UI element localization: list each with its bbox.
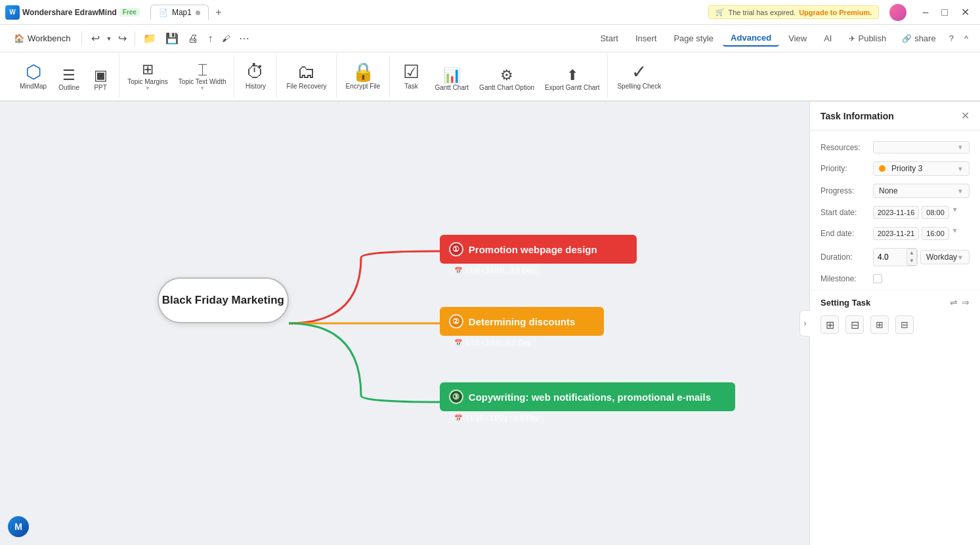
ribbon-ppt-button[interactable]: ▣ PPT [87,67,114,92]
resources-select[interactable]: ▼ [873,141,969,153]
panel-collapse-button[interactable]: › [799,310,810,336]
panel-header: Task Information ✕ [810,102,980,131]
task-info-panel: › Task Information ✕ Resources: ▼ Priori… [809,102,980,545]
more-toolbar-button[interactable]: ⋯ [235,30,253,47]
ribbon-outline-button[interactable]: ☰ Outline [56,67,82,92]
end-date-label: End date: [820,229,868,238]
setting-grid1-button[interactable]: ⊞ [870,315,889,334]
ribbon-group-topic: ⊞ Topic Margins ▼ ⌶ Topic Text Width ▼ [119,55,234,98]
user-avatar[interactable] [889,4,906,21]
milestone-checkbox[interactable] [873,274,882,283]
ribbon-gantt-chart-button[interactable]: 📊 Gantt Chart [432,67,471,92]
share-label: share [914,33,936,43]
duration-up[interactable]: ▲ [907,249,916,257]
nav-ai[interactable]: AI [816,31,840,46]
end-time-value[interactable]: 16:00 [922,227,949,240]
save-button[interactable]: 💾 [161,30,182,47]
file-recovery-label: File Recovery [286,83,326,90]
upgrade-text: Upgrade to Premium. [799,9,872,16]
setting-remove-button[interactable]: ⊟ [845,315,864,334]
start-time-value[interactable]: 08:00 [922,206,949,219]
topic-text-width-label: Topic Text Width [179,78,226,85]
title-bar: W Wondershare EdrawMind Free 📄 Map1 + 🛒 … [0,0,980,25]
tab-modified-dot [196,10,200,15]
ribbon-spelling-check-button[interactable]: ✓ Spelling Check [613,60,665,92]
ribbon-group-history: ⏱ History [234,55,277,98]
add-tab-button[interactable]: + [210,4,227,21]
window-controls: – □ ✕ [917,6,975,19]
redo-button[interactable]: ↪ [114,30,131,47]
setting-grid2-button[interactable]: ⊟ [895,315,914,334]
ribbon-mindmap-button[interactable]: ⬡ MindMap [16,60,51,92]
resources-chevron: ▼ [957,144,964,151]
bottom-logo: M [8,516,29,537]
export-button[interactable]: ↑ [203,31,217,47]
topic-margins-icon: ⊞ [142,62,154,77]
progress-row: Progress: None ▼ [810,180,980,202]
format-button[interactable]: 🖌 [218,32,234,45]
panel-close-button[interactable]: ✕ [961,110,969,122]
nav-view[interactable]: View [780,31,815,46]
ribbon-encrypt-button[interactable]: 🔒 Encrypt File [342,60,385,92]
ribbon-topic-margins-button[interactable]: ⊞ Topic Margins ▼ [125,61,171,92]
tab-map1[interactable]: 📄 Map1 [150,5,209,20]
ribbon-topic-text-width-button[interactable]: ⌶ Topic Text Width ▼ [176,61,229,92]
duration-row: Duration: 4.0 ▲ ▼ Workday ▼ [810,244,980,270]
nav-start[interactable]: Start [592,31,626,46]
end-date-value[interactable]: 2023-11-21 [873,227,919,240]
progress-select[interactable]: None ▼ [873,184,969,198]
duration-unit-select[interactable]: Workday ▼ [920,250,969,264]
branch-2-label: Determining discounts [469,316,576,327]
close-button[interactable]: ✕ [956,6,975,19]
section-icon-2[interactable]: ⇒ [962,297,969,308]
progress-value: None [879,186,898,195]
publish-button[interactable]: ✈ Publish [842,31,893,46]
duration-stepper[interactable]: ▲ ▼ [906,249,917,266]
ribbon-gantt-option-button[interactable]: ⚙ Gantt Chart Option [477,67,537,92]
duration-number[interactable]: 4.0 [874,251,906,264]
ribbon-export-gantt-button[interactable]: ⬆ Export Gantt Chart [542,67,602,92]
topic-text-width-chevron: ▼ [200,85,205,91]
branch-1-badge: ① [449,242,463,256]
history-label: History [245,83,266,90]
view-mode-icons: ⬡ MindMap ☰ Outline ▣ PPT [16,60,114,92]
ribbon-file-recovery-button[interactable]: 🗂 File Recovery [282,60,330,92]
setting-task-header: Setting Task ⇌ ⇒ [810,290,980,312]
undo-dropdown[interactable]: ▼ [105,35,114,42]
minimize-button[interactable]: – [917,6,933,19]
ribbon-toolbar: ⬡ MindMap ☰ Outline ▣ PPT ⊞ Topic Margin… [0,52,980,102]
branch-1-node[interactable]: ① Promotion webpage design [440,235,637,264]
central-node[interactable]: Black Friday Marketing [158,277,289,323]
trial-banner: 🛒 The trial has expired. Upgrade to Prem… [708,5,879,19]
maximize-button[interactable]: □ [936,6,953,19]
undo-button[interactable]: ↩ [87,30,104,47]
free-badge: Free [119,8,140,16]
tab-map1-label: Map1 [172,8,192,17]
start-date-value[interactable]: 2023-11-16 [873,206,919,219]
mindmap-container: Black Friday Marketing ① Promotion webpa… [158,199,617,448]
branch-2-node[interactable]: ② Determining discounts [440,307,604,336]
end-date-row: End date: 2023-11-21 16:00 ▼ [810,223,980,244]
open-button[interactable]: 📁 [139,30,160,47]
collapse-ribbon-button[interactable]: ^ [960,31,972,46]
workbench-button[interactable]: 🏠 Workbench [8,30,76,47]
nav-advanced[interactable]: Advanced [723,30,779,47]
nav-insert[interactable]: Insert [628,31,665,46]
canvas[interactable]: Black Friday Marketing ① Promotion webpa… [0,102,809,545]
branch-3-node[interactable]: ③ Copywriting: web notifications, promot… [440,382,735,411]
setting-add-button[interactable]: ⊞ [820,315,839,334]
print-button[interactable]: 🖨 [184,31,202,47]
share-button[interactable]: 🔗 share [895,31,943,46]
ribbon-group-encrypt: 🔒 Encrypt File [337,55,391,98]
nav-page-style[interactable]: Page style [666,31,721,46]
section-icon-1[interactable]: ⇌ [950,297,958,308]
ribbon-task-button[interactable]: ☑ Task [395,60,427,92]
topic-margins-chevron: ▼ [145,85,150,91]
export-gantt-label: Export Gantt Chart [545,84,599,91]
resources-row: Resources: ▼ [810,137,980,157]
priority-select[interactable]: Priority 3 ▼ [873,161,969,176]
duration-down[interactable]: ▼ [907,257,916,265]
tab-bar: 📄 Map1 + [150,4,227,21]
help-button[interactable]: ? [945,31,958,46]
ribbon-history-button[interactable]: ⏱ History [240,60,271,92]
